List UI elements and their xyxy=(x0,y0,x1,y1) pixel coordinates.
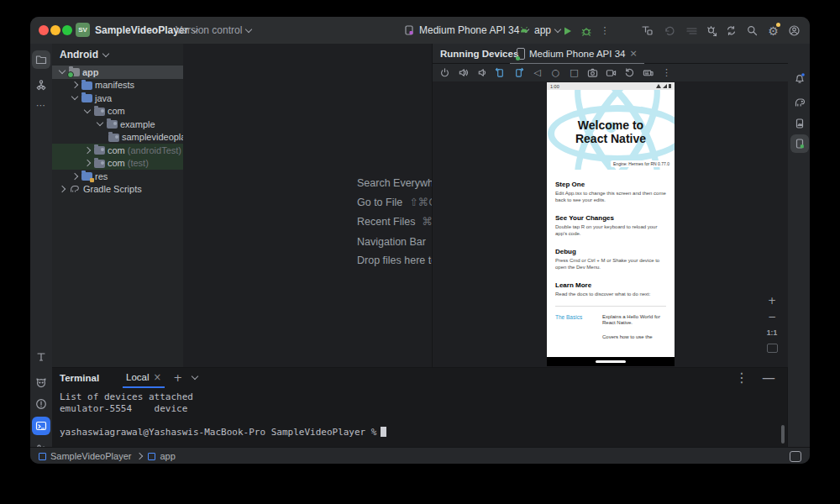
tree-item-res[interactable]: res xyxy=(52,170,183,183)
terminal-tab-local[interactable]: Local × xyxy=(123,367,165,388)
close-window-button[interactable] xyxy=(39,25,49,35)
build-hammer-icon[interactable] xyxy=(32,348,50,366)
more-tools-icon[interactable]: ⋯ xyxy=(32,96,50,114)
hardware-input-icon[interactable] xyxy=(641,66,655,80)
doc-link[interactable] xyxy=(555,334,602,341)
tree-item-example[interactable]: example xyxy=(52,118,183,131)
profiler-icon[interactable] xyxy=(705,24,719,38)
terminal-prompt: yashaswiagrawal@Yashaswis-MacBook-Pro Sa… xyxy=(60,427,770,438)
volume-up-icon[interactable] xyxy=(456,66,470,80)
tree-item-java[interactable]: java xyxy=(52,92,183,105)
breadcrumb[interactable]: SampleVideoPlayer app xyxy=(39,451,176,461)
terminal-output[interactable]: List of devices attached emulator-5554 d… xyxy=(60,391,770,438)
tree-item-com[interactable]: com xyxy=(52,105,183,118)
minimize-window-button[interactable] xyxy=(50,25,60,35)
chevron-right-icon[interactable] xyxy=(84,160,91,166)
running-devices-icon[interactable] xyxy=(790,134,809,153)
shortcut-navigation-bar: Navigation Bar⌘↑ xyxy=(357,235,432,248)
tree-item-com-test[interactable]: com (test) xyxy=(52,157,183,171)
fit-icon xyxy=(767,344,778,353)
tree-item-app[interactable]: app xyxy=(52,66,183,79)
tree-item-com-androidtest[interactable]: com (androidTest) xyxy=(52,144,183,157)
back-icon[interactable]: ◁ xyxy=(530,66,544,80)
snapshot-icon[interactable] xyxy=(622,66,637,80)
title-bar: SV SampleVideoPlayer Version control Med… xyxy=(30,17,810,45)
zoom-in-button[interactable]: + xyxy=(764,294,780,307)
chevron-right-icon[interactable] xyxy=(71,81,78,88)
volume-down-icon[interactable] xyxy=(475,66,489,80)
run-button[interactable] xyxy=(559,24,574,38)
chevron-down-icon[interactable] xyxy=(97,119,103,126)
gradle-elephant-icon xyxy=(69,183,81,196)
device-status-bar: 1:00 xyxy=(547,82,675,90)
module-icon xyxy=(39,453,46,460)
sync-icon[interactable] xyxy=(724,24,738,38)
settings-icon[interactable]: ⚙ xyxy=(766,24,780,38)
zoom-out-button[interactable]: − xyxy=(764,310,780,323)
section-body: Press Cmd or Ctrl + M or Shake your devi… xyxy=(555,258,666,270)
power-icon[interactable] xyxy=(438,66,452,80)
res-folder-icon xyxy=(81,172,92,181)
close-tab-icon[interactable]: × xyxy=(154,371,162,383)
emulator-display[interactable]: 1:00 Welcome to React Native Engine: Her… xyxy=(547,82,675,366)
zoom-controls: + − 1:1 xyxy=(763,294,781,354)
react-native-content: Step One Edit App.tsx to change this scr… xyxy=(547,170,675,357)
home-icon[interactable]: ○ xyxy=(549,66,563,80)
compare-icon[interactable] xyxy=(685,24,699,38)
project-folder-icon[interactable] xyxy=(32,50,50,69)
message-icon[interactable] xyxy=(790,451,801,462)
editor-area: Search Everywhere⇧ ⇧ Go to File⇧⌘O Recen… xyxy=(183,44,432,367)
run-configuration-selector[interactable]: app xyxy=(518,17,560,44)
hide-panel-icon[interactable]: — xyxy=(762,370,775,386)
device-nav-bar[interactable] xyxy=(547,357,675,366)
tree-item-gradle-scripts[interactable]: Gradle Scripts xyxy=(52,183,183,197)
fit-to-window-button[interactable] xyxy=(764,342,780,354)
chevron-down-icon[interactable] xyxy=(71,93,78,100)
tree-item-samplevideoplayer[interactable]: samplevideoplayer xyxy=(52,131,183,144)
more-actions-icon[interactable]: ⋮ xyxy=(598,24,612,38)
tree-item-manifests[interactable]: manifests xyxy=(52,79,183,92)
account-icon[interactable] xyxy=(787,24,801,38)
new-terminal-tab-icon[interactable]: + xyxy=(173,371,182,384)
rotate-right-icon[interactable] xyxy=(512,66,526,80)
chevron-down-icon[interactable] xyxy=(84,107,91,113)
device-manager-icon[interactable] xyxy=(790,114,809,133)
debug-button[interactable] xyxy=(579,24,593,38)
overview-icon[interactable]: □ xyxy=(567,66,581,80)
device-preview-icon[interactable] xyxy=(640,24,654,38)
screen-record-icon[interactable] xyxy=(604,66,618,80)
doc-link[interactable]: The Basics xyxy=(555,314,602,327)
search-icon[interactable] xyxy=(745,24,759,38)
vcs-menu[interactable]: Version control xyxy=(176,17,251,44)
terminal-options-icon[interactable]: ⋮ xyxy=(735,370,748,386)
close-tab-icon[interactable]: × xyxy=(629,48,637,59)
divider xyxy=(555,306,666,307)
chevron-right-icon[interactable] xyxy=(84,147,91,154)
battery-icon xyxy=(669,84,671,89)
actual-size-button[interactable]: 1:1 xyxy=(764,326,780,339)
device-selector[interactable]: Medium Phone API 34 xyxy=(403,17,528,44)
running-devices-header: Running Devices Medium Phone API 34 × xyxy=(433,44,788,64)
running-devices-panel: Running Devices Medium Phone API 34 × ◁ … xyxy=(432,44,788,367)
structure-icon[interactable] xyxy=(32,76,50,94)
terminal-scrollbar[interactable] xyxy=(781,425,785,444)
shortcut-drop-files: Drop files here to open them xyxy=(357,255,432,266)
project-view-selector[interactable]: Android xyxy=(52,44,183,66)
chevron-right-icon[interactable] xyxy=(71,173,78,180)
screenshot-icon[interactable] xyxy=(585,66,600,80)
gradle-elephant-icon[interactable] xyxy=(790,92,809,111)
problems-icon[interactable] xyxy=(32,395,50,413)
notifications-bell-icon[interactable] xyxy=(790,69,809,87)
chevron-down-icon[interactable] xyxy=(59,67,66,74)
chevron-down-icon[interactable] xyxy=(192,373,198,380)
rotate-left-icon[interactable] xyxy=(493,66,507,80)
terminal-icon[interactable] xyxy=(32,417,50,435)
zoom-window-button[interactable] xyxy=(62,25,72,35)
logcat-cat-icon[interactable] xyxy=(32,373,50,391)
rollback-icon[interactable] xyxy=(663,24,677,38)
more-icon[interactable]: ⋮ xyxy=(659,66,674,80)
chevron-right-icon[interactable] xyxy=(59,186,66,192)
welcome-title: Welcome to React Native xyxy=(547,118,675,145)
right-tool-stripe xyxy=(787,44,810,447)
device-tab[interactable]: Medium Phone API 34 × xyxy=(510,44,644,65)
